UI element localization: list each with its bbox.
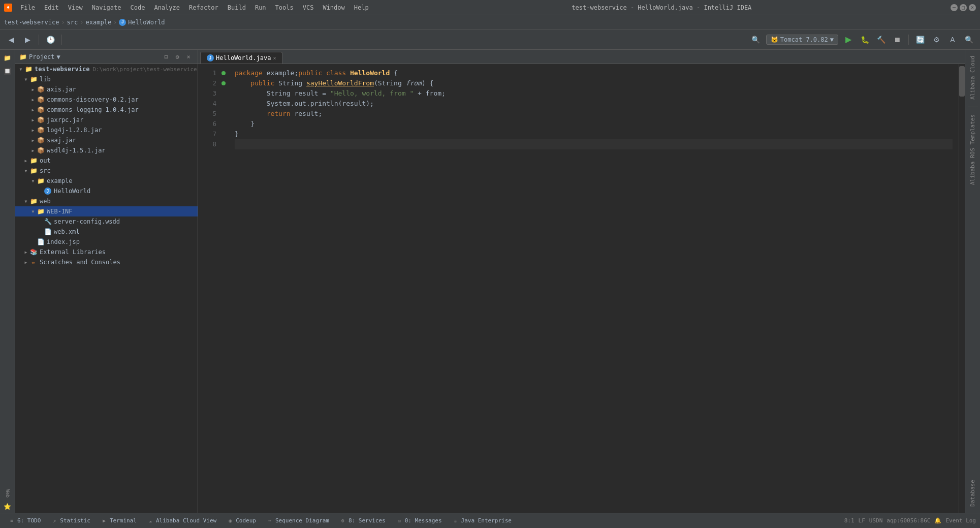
panel-collapse-all[interactable]: ⊟ <box>161 52 171 62</box>
sidebar-project-icon[interactable]: 📁 <box>2 52 14 64</box>
translate-button[interactable]: A <box>945 33 960 47</box>
gutter-1[interactable] <box>218 68 229 78</box>
tree-helloworld[interactable]: J HelloWorld <box>15 186 198 196</box>
toolbar-sep-1 <box>39 35 39 45</box>
saaj-icon: 📦 <box>37 136 45 144</box>
extlibs-label: External Libraries <box>40 249 106 256</box>
bottom-tab-sequence[interactable]: ⋯ Sequence Diagram <box>262 516 333 526</box>
breadcrumb-project[interactable]: test-webservice <box>4 19 59 26</box>
editor-tab-helloworld[interactable]: J HelloWorld.java × <box>200 52 282 64</box>
sidebar-web-icon[interactable]: Web <box>2 487 14 500</box>
code-content[interactable]: package example;public class HelloWorld … <box>229 64 959 513</box>
tree-src[interactable]: ▼ 📁 src <box>15 166 198 176</box>
breadcrumb-file[interactable]: J HelloWorld <box>119 19 165 26</box>
hw-icon: J <box>44 187 52 195</box>
right-panel-alibaba-ros[interactable]: Alibaba ROS Templates <box>968 110 977 189</box>
terminal-label: Terminal <box>110 517 137 524</box>
tree-jaxrpc[interactable]: ▶ 📦 jaxrpc.jar <box>15 115 198 125</box>
tomcat-config-button[interactable]: 🐱 Tomcat 7.0.82 ▼ <box>766 35 838 45</box>
search-button[interactable]: 🔍 <box>962 33 976 47</box>
menu-file[interactable]: File <box>16 3 39 12</box>
breadcrumb-package[interactable]: example <box>86 19 112 26</box>
tree-root[interactable]: ▼ 📁 test-webservice D:\work\project\test… <box>15 64 198 74</box>
right-panel-alibaba-cloud[interactable]: Alibaba Cloud <box>968 52 977 104</box>
tab-close-button[interactable]: × <box>273 55 276 61</box>
sidebar-structure-icon[interactable]: 🔲 <box>2 65 14 77</box>
forward-button[interactable]: ▶ <box>20 33 35 47</box>
maximize-button[interactable]: □ <box>960 4 967 11</box>
panel-settings[interactable]: ⚙ <box>172 52 182 62</box>
tree-log4j[interactable]: ▶ 📦 log4j-1.2.8.jar <box>15 125 198 135</box>
tree-indexjsp[interactable]: 📄 index.jsp <box>15 237 198 247</box>
panel-hide[interactable]: × <box>183 52 194 62</box>
example-arrow: ▼ <box>29 177 37 184</box>
menu-bar[interactable]: File Edit View Navigate Code Analyze Ref… <box>16 3 373 12</box>
bottom-tab-todo[interactable]: ≡ 6: TODO <box>4 516 45 526</box>
bottom-tab-messages[interactable]: ✉ 0: Messages <box>392 516 446 526</box>
tree-serverconfig[interactable]: 🔧 server-config.wsdd <box>15 216 198 227</box>
tree-external-libs[interactable]: ▶ 📚 External Libraries <box>15 247 198 257</box>
update-button[interactable]: 🔄 <box>913 33 927 47</box>
tree-out[interactable]: ▶ 📁 out <box>15 156 198 166</box>
menu-code[interactable]: Code <box>127 3 149 12</box>
menu-run[interactable]: Run <box>251 3 270 12</box>
bottom-tab-alibaba-view[interactable]: ☁ Alibaba Cloud View <box>143 516 220 526</box>
recent-files-button[interactable]: 🕒 <box>43 33 57 47</box>
tree-lib[interactable]: ▼ 📁 lib <box>15 74 198 84</box>
menu-view[interactable]: View <box>64 3 87 12</box>
close-button[interactable]: × <box>969 4 976 11</box>
toolbar: ◀ ▶ 🕒 🔍 🐱 Tomcat 7.0.82 ▼ ▶ 🐛 🔨 ⏹ 🔄 ⚙ A … <box>0 29 980 50</box>
bottom-tab-services[interactable]: ⚙ 8: Services <box>335 516 390 526</box>
search-everywhere-button[interactable]: 🔍 <box>749 33 763 47</box>
settings-button[interactable]: ⚙ <box>929 33 943 47</box>
tree-scratches[interactable]: ▶ ✏️ Scratches and Consoles <box>15 257 198 267</box>
tree-webxml[interactable]: 📄 web.xml <box>15 227 198 237</box>
bottom-tab-java-enterprise[interactable]: ☕ Java Enterprise <box>448 516 516 526</box>
run-button[interactable]: ▶ <box>841 33 856 47</box>
services-label: 8: Services <box>349 517 386 524</box>
run-controls: ▶ 🐛 🔨 ⏹ 🔄 ⚙ A 🔍 <box>841 33 976 47</box>
sidebar-favorites-icon[interactable]: ⭐ <box>2 501 14 513</box>
menu-build[interactable]: Build <box>224 3 250 12</box>
stop-button[interactable]: ⏹ <box>890 33 904 47</box>
menu-window[interactable]: Window <box>319 3 349 12</box>
event-log-label[interactable]: Event Log <box>945 517 976 524</box>
web-arrow: ▼ <box>22 198 29 205</box>
window-controls[interactable]: ─ □ × <box>951 4 976 11</box>
menu-navigate[interactable]: Navigate <box>88 3 125 12</box>
menu-vcs[interactable]: VCS <box>299 3 318 12</box>
bottom-bar: ≡ 6: TODO ↗ Statistic ▶ Terminal ☁ Aliba… <box>0 513 980 528</box>
src-label: src <box>67 19 78 26</box>
back-button[interactable]: ◀ <box>4 33 18 47</box>
menu-help[interactable]: Help <box>350 3 373 12</box>
menu-edit[interactable]: Edit <box>40 3 63 12</box>
hw-label: HelloWorld <box>54 188 90 195</box>
tree-saaj[interactable]: ▶ 📦 saaj.jar <box>15 135 198 145</box>
editor-scrollbar[interactable] <box>959 64 965 513</box>
breadcrumb-src[interactable]: src <box>67 19 78 26</box>
bottom-tab-terminal[interactable]: ▶ Terminal <box>97 516 141 526</box>
bottom-tab-codeup[interactable]: ◉ Codeup <box>223 516 260 526</box>
tree-commons-logging[interactable]: ▶ 📦 commons-logging-1.0.4.jar <box>15 105 198 115</box>
cl-arrow: ▶ <box>29 106 37 113</box>
tree-web[interactable]: ▼ 📁 web <box>15 196 198 206</box>
menu-tools[interactable]: Tools <box>271 3 298 12</box>
tree-wsdl4j[interactable]: ▶ 📦 wsdl4j-1.5.1.jar <box>15 145 198 156</box>
gutter-2[interactable] <box>218 78 229 88</box>
scratches-icon: ✏️ <box>29 258 38 266</box>
scrollbar-thumb[interactable] <box>959 66 965 97</box>
right-panel-database[interactable]: Database <box>968 476 977 511</box>
menu-analyze[interactable]: Analyze <box>150 3 184 12</box>
minimize-button[interactable]: ─ <box>951 4 958 11</box>
event-log-button[interactable]: 🔔 <box>934 517 941 524</box>
tree-example[interactable]: ▼ 📁 example <box>15 176 198 186</box>
tree-webinf[interactable]: ▼ 📁 WEB-INF <box>15 206 198 216</box>
build-button[interactable]: 🔨 <box>874 33 888 47</box>
tree-commons-discovery[interactable]: ▶ 📦 commons-discovery-0.2.jar <box>15 95 198 105</box>
bottom-tab-statistic[interactable]: ↗ Statistic <box>47 516 94 526</box>
cl-icon: 📦 <box>37 106 45 114</box>
panel-chevron[interactable]: ▼ <box>57 53 60 60</box>
debug-button[interactable]: 🐛 <box>858 33 872 47</box>
menu-refactor[interactable]: Refactor <box>185 3 223 12</box>
tree-axis[interactable]: ▶ 📦 axis.jar <box>15 84 198 95</box>
